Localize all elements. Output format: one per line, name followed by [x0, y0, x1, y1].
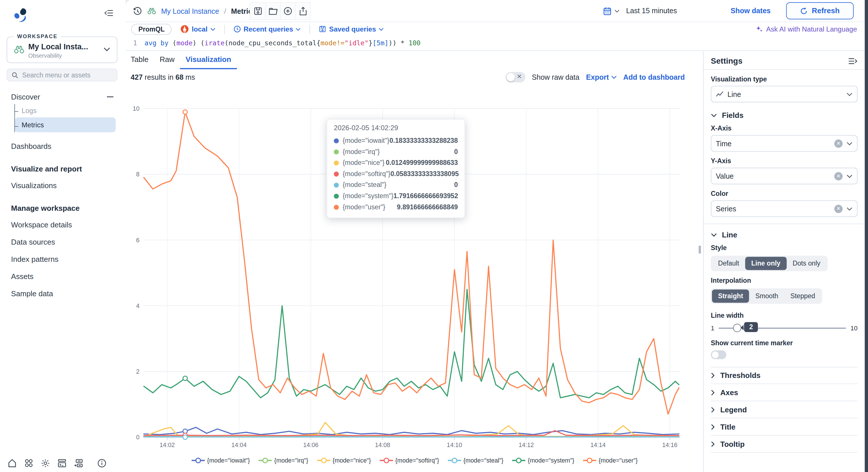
tab-table[interactable]: Table: [130, 55, 148, 69]
sidebar-item-dashboards[interactable]: Dashboards: [0, 139, 126, 153]
sidebar-item-visualizations[interactable]: Visualizations: [0, 178, 126, 192]
sidebar-item-label: Workspace details: [11, 221, 72, 229]
collapse-panel-icon[interactable]: [848, 57, 858, 65]
query-history-icon[interactable]: [133, 6, 142, 16]
new-button[interactable]: [280, 3, 295, 20]
line-width-slider[interactable]: 1 2 10: [711, 325, 858, 332]
time-range-value: Last 15 minutes: [626, 7, 677, 15]
breadcrumb-workspace-link[interactable]: My Local Instance: [161, 7, 219, 15]
style-option-dots-only[interactable]: Dots only: [786, 257, 827, 270]
series-color-dot: [334, 160, 339, 165]
query-language-button[interactable]: PromQL: [131, 24, 172, 35]
query-token: )): [389, 39, 400, 47]
chevron-down-icon: [711, 113, 717, 117]
style-option-line-only[interactable]: Line only: [745, 257, 786, 270]
y-axis-select[interactable]: Value ✕: [711, 168, 858, 184]
legend-item[interactable]: {mode="user"}: [583, 457, 638, 464]
svg-text:14:16: 14:16: [662, 442, 678, 448]
interpolation-option-straight[interactable]: Straight: [712, 289, 749, 303]
accordion-legend[interactable]: Legend: [711, 401, 858, 418]
show-raw-data-toggle[interactable]: ✕: [505, 72, 525, 83]
series-label: {mode="iowait"}: [343, 137, 390, 145]
legend-item[interactable]: {mode="iowait"}: [192, 457, 250, 464]
accordion-tooltip[interactable]: Tooltip: [711, 436, 858, 453]
accordion-title[interactable]: Title: [711, 418, 858, 436]
sidebar-item-assets[interactable]: Assets: [0, 269, 126, 283]
panel-resize-handle[interactable]: [699, 246, 701, 253]
saved-queries-button[interactable]: Saved queries: [319, 25, 384, 33]
query-token: *: [400, 39, 408, 47]
sidebar: WORKSPACE My Local Insta... Observabilit…: [0, 0, 126, 472]
save-icon: [253, 7, 262, 15]
interpolation-option-stepped[interactable]: Stepped: [784, 289, 821, 303]
legend-item[interactable]: {mode="nice"}: [317, 457, 371, 464]
interpolation-option-smooth[interactable]: Smooth: [749, 289, 784, 303]
info-icon[interactable]: [97, 458, 107, 468]
minus-icon: [107, 96, 113, 97]
sidebar-item-discover[interactable]: Discover: [0, 90, 126, 104]
add-to-dashboard-button[interactable]: Add to dashboard: [623, 73, 685, 82]
series-label: {mode="irq"}: [343, 148, 380, 155]
sidebar-item-logs[interactable]: Logs: [15, 104, 126, 117]
settings-gear-icon[interactable]: [40, 458, 51, 468]
legend-item[interactable]: {mode="system"}: [512, 457, 574, 464]
workspace-selector[interactable]: WORKSPACE My Local Insta... Observabilit…: [7, 36, 117, 63]
chevron-down-icon: [210, 28, 215, 31]
legend-marker-icon: [512, 457, 526, 464]
query-token: mode!=: [320, 39, 344, 47]
share-button[interactable]: [295, 3, 310, 20]
apps-icon[interactable]: [24, 458, 34, 468]
date-range-picker[interactable]: Last 15 minutes Show dates: [597, 2, 776, 20]
promql-query-text[interactable]: avg by (mode) (irate(node_cpu_seconds_to…: [145, 39, 421, 47]
legend-item[interactable]: {mode="irq"}: [259, 457, 308, 464]
home-icon[interactable]: [7, 458, 17, 468]
collapse-sidebar-icon[interactable]: [104, 9, 114, 17]
datasource-selector[interactable]: local: [181, 25, 215, 33]
tab-visualization[interactable]: Visualization: [180, 55, 237, 69]
window-scrollbar[interactable]: [865, 0, 868, 472]
slider-track[interactable]: 2: [719, 328, 846, 329]
line-section-header[interactable]: Line: [711, 226, 858, 243]
series-label: {mode="system"}: [343, 192, 394, 200]
fields-section-header[interactable]: Fields: [711, 107, 858, 123]
legend-item[interactable]: {mode="steal"}: [448, 457, 503, 464]
sidebar-item-workspace-details[interactable]: Workspace details: [0, 217, 126, 232]
ask-ai-button[interactable]: Ask AI with Natural Language: [755, 25, 857, 33]
slider-knob[interactable]: [733, 324, 742, 332]
style-option-default[interactable]: Default: [712, 257, 745, 270]
refresh-button[interactable]: Refresh: [786, 2, 854, 20]
series-value: 1.7916666666693952: [393, 192, 458, 200]
open-button[interactable]: [265, 3, 280, 20]
x-axis-select[interactable]: Time ✕: [711, 135, 858, 152]
viz-type-select[interactable]: Line: [711, 86, 858, 102]
devtools-console-icon[interactable]: [57, 458, 67, 468]
accordion-axes[interactable]: Axes: [711, 384, 858, 401]
legend-marker-icon: [259, 457, 272, 464]
recent-queries-button[interactable]: Recent queries: [234, 25, 301, 33]
legend-item[interactable]: {mode="softirq"}: [380, 457, 439, 464]
sidebar-item-sample-data[interactable]: Sample data: [0, 286, 126, 301]
sidebar-item-index-patterns[interactable]: Index patterns: [0, 252, 126, 266]
sidebar-item-data-sources[interactable]: Data sources: [0, 234, 126, 249]
color-select[interactable]: Series ✕: [711, 200, 858, 217]
viz-type-label: Visualization type: [711, 75, 858, 83]
save-icon: [319, 26, 327, 33]
tab-raw[interactable]: Raw: [159, 55, 175, 69]
clear-icon[interactable]: ✕: [834, 139, 843, 147]
accordion-thresholds[interactable]: Thresholds: [711, 367, 858, 384]
svg-text:14:06: 14:06: [303, 442, 318, 448]
legend-marker-icon: [448, 457, 461, 464]
clear-icon[interactable]: ✕: [834, 204, 843, 213]
chevron-down-icon: [846, 207, 852, 211]
save-button[interactable]: [250, 3, 265, 20]
sidebar-item-metrics[interactable]: Metrics: [15, 117, 116, 132]
show-dates-link[interactable]: Show dates: [731, 7, 771, 15]
line-width-label: Line width: [711, 312, 858, 319]
time-marker-toggle[interactable]: [711, 350, 726, 359]
series-label: {mode="softirq"}: [343, 170, 391, 178]
clear-icon[interactable]: ✕: [834, 172, 843, 180]
query-editor[interactable]: 1 avg by (mode) (irate(node_cpu_seconds_…: [126, 36, 865, 51]
add-panel-icon[interactable]: [74, 458, 84, 468]
export-button[interactable]: Export: [586, 73, 616, 82]
sidebar-search-input[interactable]: Search menu or assets: [7, 68, 117, 81]
